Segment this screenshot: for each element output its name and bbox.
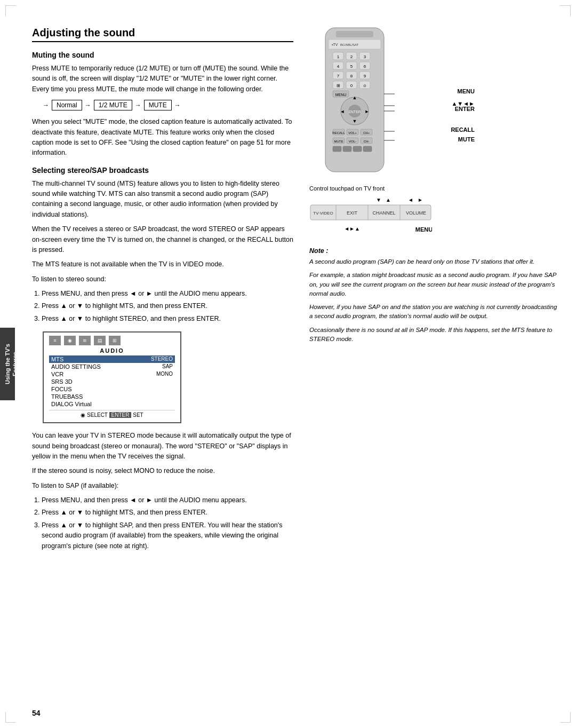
svg-text:▼: ▼ bbox=[376, 197, 381, 203]
svg-text:◄: ◄ bbox=[408, 197, 413, 203]
svg-text:◄: ◄ bbox=[340, 109, 345, 114]
svg-text:▲: ▲ bbox=[386, 197, 391, 203]
note-title: Note bbox=[309, 247, 560, 255]
flow-arrow-start: → bbox=[43, 101, 49, 109]
stereo-step-1: Press MENU, and then press ◄ or ► until … bbox=[42, 289, 293, 299]
corner-mark-tr bbox=[560, 5, 571, 16]
left-column: Adjusting the sound Muting the sound Pre… bbox=[32, 27, 293, 556]
note-paragraph-0: A second audio program (SAP) can be hear… bbox=[309, 257, 560, 266]
flow-arrow2: → bbox=[135, 101, 141, 109]
touchpad-section: Control touchpad on TV front TV·VIDEO EX… bbox=[309, 185, 560, 239]
screen-icon-3: ≋ bbox=[79, 336, 91, 345]
screen-row-0-label: MTS bbox=[51, 356, 63, 362]
right-column: •TV BC/ABL/SAT 1 2 3 4 5 bbox=[304, 27, 560, 556]
label-arrows: ▲▼◄► bbox=[451, 100, 475, 107]
stereo-sap-paragraph1: The multi-channel TV sound (MTS) feature… bbox=[32, 179, 293, 220]
svg-text:9: 9 bbox=[364, 74, 366, 78]
stereo-step-3: Press ▲ or ▼ to highlight STEREO, and th… bbox=[42, 314, 293, 324]
muting-title: Muting the sound bbox=[32, 51, 293, 59]
svg-text:8: 8 bbox=[350, 74, 353, 78]
flow-arrow1: → bbox=[85, 101, 91, 109]
svg-text:VOL+: VOL+ bbox=[348, 131, 357, 134]
touchpad-svg: TV·VIDEO EXIT CHANNEL VOLUME ▼ ▲ ◄ ► MEN… bbox=[309, 194, 432, 237]
side-tab-line1: Using the TV's bbox=[4, 344, 11, 384]
page-title: Adjusting the sound bbox=[32, 27, 293, 42]
flow-normal: Normal bbox=[52, 100, 82, 110]
note-paragraph-1: For example, a station might broadcast m… bbox=[309, 271, 560, 298]
label-recall: RECALL bbox=[451, 126, 475, 133]
side-tab: Using the TV's Features bbox=[0, 328, 15, 400]
muting-paragraph1: Press MUTE to temporarily reduce (1/2 MU… bbox=[32, 64, 293, 94]
page-number: 54 bbox=[32, 709, 41, 717]
svg-text:►: ► bbox=[365, 109, 370, 114]
corner-mark-tl bbox=[5, 5, 16, 16]
svg-text:VOLUME: VOLUME bbox=[406, 210, 426, 216]
svg-text:VOL-: VOL- bbox=[349, 140, 356, 143]
screen-row-5-label: TRUEBASS bbox=[51, 393, 83, 400]
screen-row-4-label: FOCUS bbox=[51, 386, 72, 392]
screen-row-2: VCR MONO bbox=[49, 370, 175, 378]
screen-icon-5: ⊞ bbox=[109, 336, 121, 345]
stereo-sap-title: Selecting stereo/SAP broadcasts bbox=[32, 166, 293, 175]
screen-row-4: FOCUS bbox=[49, 385, 175, 393]
sap-step-3: Press ▲ or ▼ to highlight SAP, and then … bbox=[42, 520, 293, 551]
svg-text:RECALL: RECALL bbox=[332, 131, 345, 134]
screen-bottom: ◉ SELECT ENTER SET bbox=[49, 410, 175, 418]
screen-row-2-value: MONO bbox=[156, 371, 173, 377]
flow-mute: MUTE bbox=[144, 100, 172, 110]
svg-rect-51 bbox=[343, 146, 351, 152]
svg-text:7: 7 bbox=[337, 74, 340, 78]
svg-text:MUTE: MUTE bbox=[334, 140, 343, 143]
screen-mockup: ≡ ◉ ≋ ▤ ⊞ AUDIO MTS STEREO AUDIO SETTING… bbox=[43, 331, 181, 423]
svg-text:1: 1 bbox=[337, 54, 340, 59]
svg-text:CH+: CH+ bbox=[363, 131, 370, 134]
note-section: Note A second audio program (SAP) can be… bbox=[309, 247, 560, 344]
svg-text:BC/ABL/SAT: BC/ABL/SAT bbox=[340, 43, 359, 46]
remote-svg: •TV BC/ABL/SAT 1 2 3 4 5 bbox=[309, 27, 400, 176]
label-mute: MUTE bbox=[458, 136, 475, 143]
sap-step-1: Press MENU, and then press ◄ or ► until … bbox=[42, 495, 293, 505]
sap-step-2: Press ▲ or ▼ to highlight MTS, and then … bbox=[42, 508, 293, 518]
stereo-sap-paragraph2: When the TV receives a stereo or SAP bro… bbox=[32, 224, 293, 255]
svg-text:3: 3 bbox=[364, 54, 366, 59]
screen-row-0-value: STEREO bbox=[151, 356, 173, 362]
svg-text:MENU: MENU bbox=[335, 93, 347, 97]
muting-paragraph2: When you select "MUTE" mode, the closed … bbox=[32, 117, 293, 159]
svg-text:▼: ▼ bbox=[353, 118, 357, 124]
stereo-step-2: Press ▲ or ▼ to highlight MTS, and then … bbox=[42, 301, 293, 311]
flow-diagram: → Normal → 1/2 MUTE → MUTE → bbox=[43, 100, 293, 110]
screen-row-0: MTS STEREO bbox=[49, 355, 175, 363]
svg-text:CHANNEL: CHANNEL bbox=[372, 210, 395, 216]
flow-arrow-end: → bbox=[174, 101, 181, 109]
svg-rect-53 bbox=[363, 146, 372, 152]
stereo-sap-paragraph4: You can leave your TV in STEREO mode bec… bbox=[32, 431, 293, 462]
touchpad-label: Control touchpad on TV front bbox=[309, 185, 560, 192]
svg-text:4: 4 bbox=[337, 64, 340, 69]
screen-icons-row: ≡ ◉ ≋ ▤ ⊞ bbox=[49, 336, 175, 345]
note-paragraph-3: Occasionally there is no sound at all in… bbox=[309, 326, 560, 344]
screen-icon-1: ≡ bbox=[49, 336, 61, 345]
svg-text:ENTER: ENTER bbox=[348, 110, 361, 114]
sap-steps: Press MENU, and then press ◄ or ► until … bbox=[42, 495, 293, 551]
note-paragraph-2: However, if you have SAP on and the stat… bbox=[309, 303, 560, 321]
screen-row-1: AUDIO SETTINGS SAP bbox=[49, 363, 175, 370]
svg-rect-1 bbox=[336, 31, 373, 37]
svg-rect-50 bbox=[333, 146, 341, 152]
corner-mark-bl bbox=[5, 712, 16, 723]
main-content: Adjusting the sound Muting the sound Pre… bbox=[32, 16, 560, 556]
stereo-steps: Press MENU, and then press ◄ or ► until … bbox=[42, 289, 293, 324]
enter-btn: ENTER bbox=[109, 412, 132, 418]
stereo-label: To listen to stereo sound: bbox=[32, 274, 293, 284]
screen-row-6-label: DIALOG Virtual bbox=[51, 401, 92, 407]
label-menu: MENU bbox=[458, 88, 475, 94]
screen-row-3-label: SRS 3D bbox=[51, 378, 73, 385]
remote-wrapper: •TV BC/ABL/SAT 1 2 3 4 5 bbox=[309, 27, 560, 178]
screen-icon-4: ▤ bbox=[94, 336, 106, 345]
svg-text:TV·VIDEO: TV·VIDEO bbox=[313, 211, 333, 216]
svg-text:►: ► bbox=[418, 197, 423, 203]
svg-text:5: 5 bbox=[350, 64, 353, 69]
svg-text:•TV: •TV bbox=[332, 43, 338, 46]
flow-half-mute: 1/2 MUTE bbox=[94, 100, 132, 110]
screen-title: AUDIO bbox=[49, 347, 175, 354]
stereo-sap-paragraph3: The MTS feature is not available when th… bbox=[32, 259, 293, 270]
